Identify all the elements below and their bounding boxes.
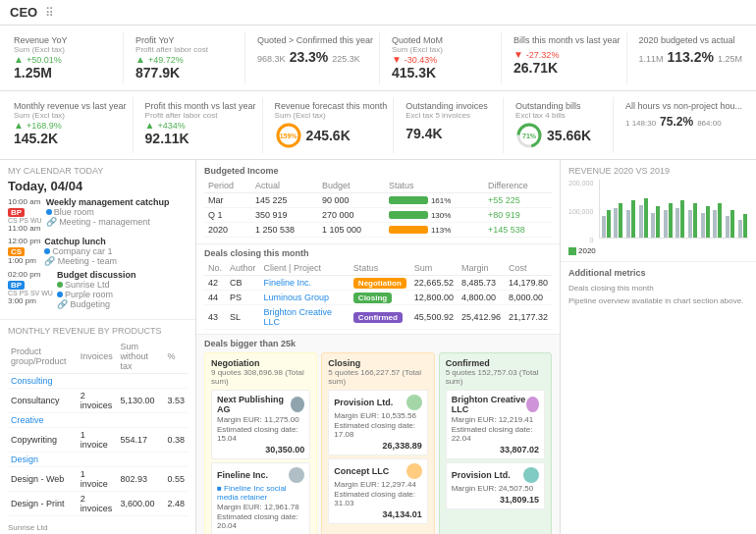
deal-card: Provision Ltd. Margin EUR: 10,535.56 Est… xyxy=(328,390,427,455)
right-panel: Revenue 2020 vs 2019 200,000 100,000 0 xyxy=(560,160,756,534)
event-item: 10:00 am BP CS PS WU 11:00 am Weekly man… xyxy=(8,197,188,233)
monthly-revenue-table: Monthly revenue by products Product grou… xyxy=(0,320,195,521)
left-panel: My calendar today Today, 04/04 10:00 am … xyxy=(0,160,196,534)
avatar xyxy=(406,463,422,479)
table-row: Design - Print 2 invoices 3,600.00 2.48 xyxy=(8,492,188,516)
table-row: Design - Web 1 invoice 802.93 0.55 xyxy=(8,467,188,492)
middle-row: My calendar today Today, 04/04 10:00 am … xyxy=(0,160,756,534)
pipeline-negotiation: Negotiation 9 quotes 308,696.98 (Total s… xyxy=(204,352,317,534)
table-row: 44 PS Luminous Group Closing 12,800.00 4… xyxy=(204,291,552,305)
deals-table: No. Author Client | Project Status Sum M… xyxy=(204,261,552,330)
deal-card: Provision Ltd. Margin EUR: 24,507.50 31,… xyxy=(446,462,545,509)
calendar-section: My calendar today Today, 04/04 10:00 am … xyxy=(0,160,195,320)
arrow-up-icon: ▲ xyxy=(14,54,24,65)
table-row: 43 SL Brighton Creative LLC Confirmed 45… xyxy=(204,305,552,330)
kpi-quoted-confirmed: Quoted > Confirmed this year 968.3K 23.3… xyxy=(251,31,380,84)
table-row: Consultancy 2 invoices 5,130.00 3.53 xyxy=(8,389,188,413)
revenue-chart-section: Revenue 2020 vs 2019 200,000 100,000 0 xyxy=(561,160,756,262)
center-panel: Budgeted Income Period Actual Budget Sta… xyxy=(196,160,560,534)
deal-card: Fineline Inc. ■ Fineline Inc social medi… xyxy=(211,462,310,534)
kpi-row-1: Revenue YoY Sum (Excl tax) ▲ +50.01% 1.2… xyxy=(0,26,756,91)
table-row: Design xyxy=(8,453,188,467)
table-row: Copywriting 1 invoice 554.17 0.38 xyxy=(8,428,188,453)
pipeline-confirmed: Confirmed 5 quotes 152,757.03 (Total sum… xyxy=(439,352,552,534)
avatar xyxy=(526,397,539,412)
arrow-up-icon: ▲ xyxy=(145,120,155,131)
page-title: CEO xyxy=(10,5,37,20)
kpi-budgeted: 2020 budgeted vs actual 1.11M 113.2% 1.2… xyxy=(633,31,749,84)
avatar xyxy=(289,467,304,483)
arrow-up-icon: ▲ xyxy=(14,120,24,131)
kpi-revenue-forecast: Revenue forecast this month Sum (Excl ta… xyxy=(269,97,395,153)
avatar xyxy=(291,397,304,412)
deal-card: Concept LLC Margin EUR: 12,297.44 Estima… xyxy=(328,458,427,524)
header: CEO ⠿ xyxy=(0,0,756,26)
table-row: Q 1 350 919 270 000 130% +80 919 xyxy=(204,208,552,223)
table-row: Creative xyxy=(8,413,188,428)
kpi-outstanding-bills: Outstanding bills Excl tax 4 bills 71% 3… xyxy=(510,97,614,153)
table-row: Consulting xyxy=(8,374,188,389)
deals-closing-section: Deals closing this month No. Author Clie… xyxy=(196,244,560,335)
footer-label: Sunrise Ltd xyxy=(0,521,195,534)
event-item: 12:00 pm CS 1:00 pm Catchup lunch Compan… xyxy=(8,237,188,266)
event-item: 02:00 pm BP CS PS SV WU 3:00 pm Budget d… xyxy=(8,270,188,309)
table-row: 2020 1 250 538 1 105 000 113% +145 538 xyxy=(204,223,552,238)
arrow-down-icon: ▼ xyxy=(513,49,523,60)
kpi-hours: All hours vs non-project hou... 1 148:30… xyxy=(620,97,748,153)
kpi-row-2: Monthly revenue vs last year Sum (Excl t… xyxy=(0,91,756,160)
main-content: Revenue YoY Sum (Excl tax) ▲ +50.01% 1.2… xyxy=(0,26,756,534)
arrow-down-icon: ▼ xyxy=(392,54,402,65)
right-details: Additional metrics Deals closing this mo… xyxy=(561,262,756,534)
kpi-profit-month: Profit this month vs last year Profit af… xyxy=(139,97,263,153)
kpi-quoted-mom: Quoted MoM Sum (Excl tax) ▼ -30.43% 415.… xyxy=(386,31,502,84)
avatar xyxy=(406,395,422,410)
arrow-up-icon: ▲ xyxy=(135,54,145,65)
table-row: Mar 145 225 90 000 161% +55 225 xyxy=(204,193,552,208)
kpi-monthly-rev: Monthly revenue vs last year Sum (Excl t… xyxy=(8,97,134,153)
kpi-bills: Bills this month vs last year ▼ -27.32% … xyxy=(508,31,627,84)
budgeted-income-section: Budgeted Income Period Actual Budget Sta… xyxy=(196,160,560,244)
avatar xyxy=(523,467,539,483)
table-row: 42 CB Fineline Inc. Negotiation 22,665.5… xyxy=(204,276,552,291)
budget-table: Period Actual Budget Status Difference M… xyxy=(204,179,552,238)
pipeline-columns: Negotiation 9 quotes 308,696.98 (Total s… xyxy=(204,352,552,534)
pipeline-closing: Closing 5 quotes 166,227.57 (Total sum) … xyxy=(321,352,434,534)
kpi-revenue-yoy: Revenue YoY Sum (Excl tax) ▲ +50.01% 1.2… xyxy=(8,31,124,84)
pipeline-section: Deals bigger than 25k Negotiation 9 quot… xyxy=(196,335,560,534)
deal-card: Brighton Creative LLC Margin EUR: 12,219… xyxy=(446,390,545,459)
kpi-profit-yoy: Profit YoY Profit after labor cost ▲ +49… xyxy=(130,31,245,84)
revenue-products-table: Product group/Product Invoices Sum witho… xyxy=(8,340,188,516)
deal-card: Next Publishing AG Margin EUR: 11,275.00… xyxy=(211,390,310,459)
kpi-outstanding-invoices: Outstanding invoices Excl tax 5 invoices… xyxy=(400,97,504,153)
layout-icon[interactable]: ⠿ xyxy=(45,6,54,20)
